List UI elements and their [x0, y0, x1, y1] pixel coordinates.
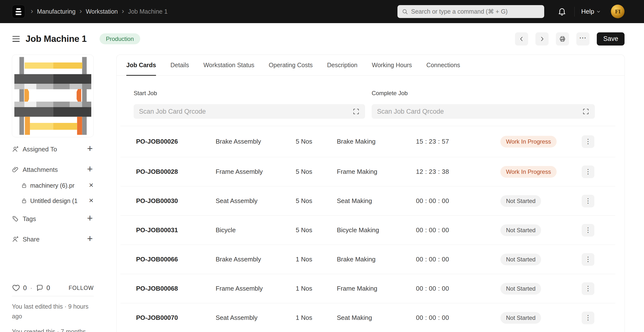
app-logo[interactable] — [12, 5, 25, 18]
heart-icon[interactable] — [12, 284, 20, 292]
row-menu-button[interactable]: ⋮ — [582, 195, 594, 208]
job-scan-section: Start Job Complete Job — [116, 76, 624, 126]
job-card-timer: 12 : 23 : 38 — [416, 168, 500, 176]
notifications-button[interactable] — [557, 6, 567, 16]
job-card-status-badge: Not Started — [500, 195, 541, 207]
table-row: PO-JOB00070 Seat Assembly 1 Nos Seat Mak… — [120, 303, 615, 332]
add-share-button[interactable]: + — [86, 234, 94, 245]
lock-icon — [21, 198, 27, 204]
start-job-label: Start Job — [134, 90, 157, 97]
job-card-timer: 00 : 00 : 00 — [416, 256, 500, 263]
chevron-down-icon — [596, 9, 601, 14]
lock-icon — [21, 182, 27, 189]
job-card-item: Seat Assembly — [216, 314, 296, 322]
erpnext-logo-icon — [12, 5, 25, 18]
job-card-qty: 1 Nos — [296, 256, 337, 263]
remove-attachment-button[interactable]: × — [88, 196, 94, 205]
job-card-id[interactable]: PO-JOB00068 — [136, 285, 216, 292]
avatar[interactable]: FI — [611, 4, 624, 18]
job-card-item: Frame Assembly — [216, 285, 296, 292]
tab-job-cards[interactable]: Job Cards — [126, 55, 156, 76]
add-tag-button[interactable]: + — [86, 213, 94, 224]
job-card-id[interactable]: PO-JOB00028 — [136, 168, 216, 176]
scan-qrcode-icon[interactable] — [582, 108, 590, 115]
section-divider — [120, 126, 615, 126]
tag-icon — [12, 215, 19, 222]
chevron-right-icon: › — [122, 7, 124, 14]
job-card-list: PO-JOB00026 Brake Assembly 5 Nos Brake M… — [120, 126, 615, 332]
start-job-scan-field[interactable] — [134, 104, 365, 119]
job-card-item: Brake Assembly — [216, 256, 296, 263]
user-plus-icon — [12, 146, 19, 153]
search-input[interactable] — [411, 8, 540, 15]
last-edited-note: You last edited this · 9 hours ago — [12, 302, 96, 321]
job-card-id[interactable]: PO-JOB00070 — [136, 314, 216, 322]
job-card-id[interactable]: PO-JOB00031 — [136, 226, 216, 234]
job-card-qty: 5 Nos — [296, 226, 337, 234]
comment-icon[interactable] — [36, 284, 44, 292]
job-card-timer: 00 : 00 : 00 — [416, 197, 500, 205]
form-tabs: Job Cards Details Workstation Status Ope… — [116, 55, 624, 76]
next-document-button[interactable] — [536, 32, 548, 46]
row-menu-button[interactable]: ⋮ — [582, 166, 594, 178]
tab-working-hours[interactable]: Working Hours — [372, 55, 412, 76]
sidebar-item-attachments: Attachments + — [12, 164, 94, 176]
tab-workstation-status[interactable]: Workstation Status — [204, 55, 254, 76]
job-card-qty: 5 Nos — [296, 138, 337, 145]
breadcrumb-manufacturing[interactable]: Manufacturing — [37, 8, 76, 15]
job-card-id[interactable]: PO-JOB00066 — [136, 256, 216, 263]
bell-icon — [557, 7, 566, 16]
job-card-operation: Brake Making — [337, 138, 416, 145]
row-menu-button[interactable]: ⋮ — [582, 135, 594, 148]
job-card-operation: Frame Making — [337, 168, 416, 176]
chevron-right-icon: › — [31, 7, 33, 14]
attachment-link[interactable]: machinery (6).pr — [30, 182, 74, 189]
complete-job-scan-field[interactable] — [372, 104, 595, 119]
job-card-status-badge: Not Started — [500, 283, 541, 294]
job-card-operation: Seat Making — [337, 314, 416, 322]
breadcrumb-workstation[interactable]: Workstation — [86, 8, 118, 15]
row-menu-button[interactable]: ⋮ — [582, 224, 594, 236]
user-plus-icon — [12, 236, 19, 243]
share-label: Share — [23, 236, 40, 243]
sidebar-toggle-button[interactable] — [12, 36, 20, 42]
complete-job-scan-input[interactable] — [377, 108, 579, 115]
kebab-icon: ⋮ — [585, 197, 592, 204]
toolbar: ⋯ Save — [515, 32, 624, 46]
global-search[interactable] — [398, 5, 544, 18]
attachment-link[interactable]: Untitled design (1 — [30, 198, 78, 204]
table-row: PO-JOB00031 Bicycle 5 Nos Bicycle Making… — [120, 216, 615, 245]
job-card-id[interactable]: PO-JOB00030 — [136, 197, 216, 205]
tab-operating-costs[interactable]: Operating Costs — [269, 55, 313, 76]
table-row: PO-JOB00026 Brake Assembly 5 Nos Brake M… — [120, 126, 615, 157]
job-card-timer: 00 : 00 : 00 — [416, 285, 500, 292]
help-menu[interactable]: Help — [581, 0, 601, 23]
job-card-operation: Frame Making — [337, 285, 416, 292]
print-button[interactable] — [556, 32, 569, 46]
job-card-id[interactable]: PO-JOB00026 — [136, 138, 216, 145]
tab-description[interactable]: Description — [327, 55, 358, 76]
job-card-item: Frame Assembly — [216, 168, 296, 176]
row-menu-button[interactable]: ⋮ — [582, 312, 594, 324]
sidebar-divider — [12, 296, 94, 296]
tab-details[interactable]: Details — [170, 55, 189, 76]
row-menu-button[interactable]: ⋮ — [582, 282, 594, 295]
sidebar-item-assigned-to: Assigned To + — [12, 143, 94, 155]
scan-qrcode-icon[interactable] — [352, 108, 360, 115]
save-button[interactable]: Save — [597, 32, 624, 46]
remove-attachment-button[interactable]: × — [88, 181, 94, 190]
add-attachment-button[interactable]: + — [86, 164, 94, 175]
start-job-scan-input[interactable] — [139, 108, 349, 115]
row-menu-button[interactable]: ⋮ — [582, 253, 594, 266]
follow-button[interactable]: FOLLOW — [69, 285, 94, 291]
kebab-icon: ⋮ — [585, 314, 592, 321]
tab-connections[interactable]: Connections — [426, 55, 460, 76]
job-card-qty: 1 Nos — [296, 285, 337, 292]
more-actions-button[interactable]: ⋯ — [576, 32, 590, 46]
workstation-image[interactable] — [12, 54, 94, 137]
help-label: Help — [581, 8, 594, 15]
job-card-item: Brake Assembly — [216, 138, 296, 145]
previous-document-button[interactable] — [515, 32, 528, 46]
sidebar-item-share: Share + — [12, 234, 94, 245]
add-assignment-button[interactable]: + — [86, 144, 94, 155]
